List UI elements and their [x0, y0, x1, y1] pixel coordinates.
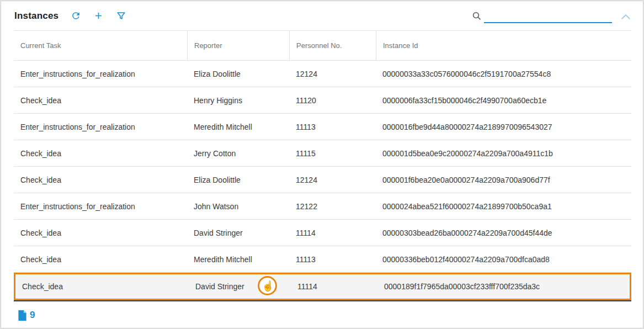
chevron-up-icon	[621, 13, 631, 20]
column-header-personnel-no[interactable]: Personnel No.	[289, 31, 376, 60]
cell-current-task: Check_idea	[14, 96, 187, 105]
hand-cursor-icon: ☝	[262, 280, 274, 292]
plus-icon	[93, 10, 104, 21]
cell-instance-id: 0000006fa33cf15b000046c2f4990700a60ecb1e	[376, 96, 631, 105]
cell-personnel-no: 12124	[289, 176, 376, 184]
cell-instance-id: 0000189f1f7965da00003cf233fff700f235da3c	[377, 282, 630, 291]
cursor-highlight-ring: ☝	[258, 276, 277, 295]
cell-reporter: Henry Higgins	[187, 96, 289, 105]
cell-personnel-no: 11115	[289, 149, 376, 158]
cell-personnel-no: 11120	[289, 96, 376, 105]
search-input[interactable]	[484, 9, 612, 23]
cell-instance-id: 000001d5bea0e9c20000274a2209a700a4911c1b	[376, 149, 631, 158]
refresh-button[interactable]	[71, 10, 81, 21]
cell-current-task: Check_idea	[14, 176, 187, 184]
toolbar: Instances	[1, 1, 643, 30]
cell-current-task: Check_idea	[14, 149, 187, 158]
column-header-reporter[interactable]: Reporter	[187, 31, 289, 60]
table-row[interactable]: Check_idea Eliza Doolittle 12124 000001f…	[14, 167, 631, 193]
table-header: Current Task Reporter Personnel No. Inst…	[14, 30, 631, 61]
cell-reporter: John Watson	[187, 202, 289, 211]
instances-panel: Instances	[1, 1, 643, 328]
cell-reporter: Meredith Mitchell	[187, 123, 289, 131]
table-row[interactable]: Check_idea David Stringer 11114 0000189f…	[14, 273, 631, 300]
table-row[interactable]: Check_idea Jerry Cotton 11115 000001d5be…	[14, 140, 631, 167]
filter-funnel-icon	[116, 10, 126, 21]
cell-instance-id: 0000016fbe9d44a80000274a2189970096543027	[376, 123, 631, 131]
cell-current-task: Enter_instructions_for_realization	[14, 202, 187, 211]
cell-instance-id: 000001f6bea20e0a0000274a2209a700a906d77f	[376, 176, 631, 184]
cell-current-task: Enter_instructions_for_realization	[14, 70, 187, 78]
instance-count: 9	[30, 310, 35, 321]
refresh-icon	[71, 10, 81, 21]
page-document-icon	[18, 310, 27, 321]
table-row[interactable]: Check_idea David Stringer 11114 00000303…	[14, 220, 631, 246]
table-row[interactable]: Enter_instructions_for_realization Mered…	[14, 114, 631, 140]
collapse-panel-button[interactable]	[621, 13, 631, 23]
cell-personnel-no: 12122	[289, 202, 376, 211]
table-row[interactable]: Check_idea Meredith Mitchell 11113 00000…	[14, 246, 631, 273]
cell-current-task: Check_idea	[14, 255, 187, 264]
cell-current-task: Enter_instructions_for_realization	[14, 123, 187, 131]
cell-instance-id: 0000024abea521f60000274a21899700b50ca9a1	[376, 202, 631, 211]
cell-personnel-no: 12124	[289, 70, 376, 78]
table-row[interactable]: Enter_instructions_for_realization Eliza…	[14, 61, 631, 87]
table-row[interactable]: Check_idea Henry Higgins 11120 0000006fa…	[14, 87, 631, 114]
cell-instance-id: 00000033a33c0576000046c2f5191700a27554c8	[376, 70, 631, 78]
search-icon	[472, 11, 482, 23]
cell-personnel-no: 11114	[291, 282, 377, 291]
cell-instance-id: 00000336beb012f40000274a2209a700dfca0ad8	[376, 255, 631, 264]
add-button[interactable]	[93, 10, 104, 21]
cell-reporter: Eliza Doolittle	[187, 176, 289, 184]
cell-reporter: David Stringer	[187, 229, 289, 237]
filter-button[interactable]	[116, 10, 126, 21]
cell-personnel-no: 11113	[289, 255, 376, 264]
cell-instance-id: 00000303bead26ba0000274a2209a700d45f44de	[376, 229, 631, 237]
cell-current-task: Check_idea	[14, 229, 187, 237]
cell-reporter: Meredith Mitchell	[187, 255, 289, 264]
cell-current-task: Check_idea	[15, 282, 189, 291]
table-body: Enter_instructions_for_realization Eliza…	[14, 61, 631, 300]
footer-bar: 9	[1, 301, 643, 321]
column-header-current-task[interactable]: Current Task	[14, 31, 187, 60]
column-header-instance-id[interactable]: Instance Id	[376, 31, 631, 60]
instances-table: Current Task Reporter Personnel No. Inst…	[14, 30, 631, 301]
page-title: Instances	[14, 10, 58, 22]
table-row[interactable]: Enter_instructions_for_realization John …	[14, 193, 631, 220]
cell-reporter: Jerry Cotton	[187, 149, 289, 158]
cell-personnel-no: 11113	[289, 123, 376, 131]
cell-personnel-no: 11114	[289, 229, 376, 237]
cell-reporter: Eliza Doolittle	[187, 70, 289, 78]
